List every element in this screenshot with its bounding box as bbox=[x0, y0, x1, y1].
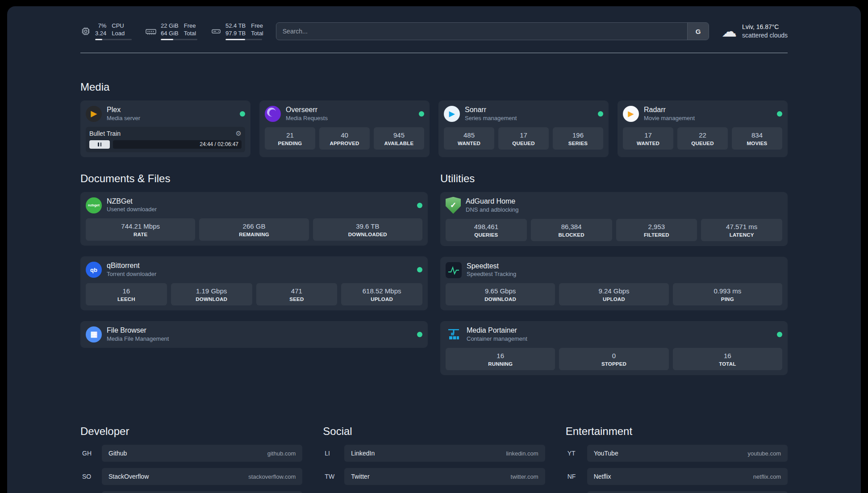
ram-free-value: 22 GiB bbox=[161, 22, 179, 29]
stat-leech: 16 LEECH bbox=[86, 283, 167, 305]
speedtest-card[interactable]: Speedtest Speedtest Tracking 9.65 Gbps D… bbox=[440, 257, 788, 311]
nzbget-subtitle: Usenet downloader bbox=[107, 206, 412, 213]
portainer-status-dot bbox=[777, 332, 782, 337]
portainer-card[interactable]: Media Portainer Container management 16 … bbox=[440, 321, 788, 375]
section-documents: Documents & Files nzbget NZBGet Usenet d… bbox=[80, 172, 428, 386]
bookmark-youtube: YT YouTube youtube.com bbox=[566, 445, 788, 462]
stat-filtered: 2,953 FILTERED bbox=[616, 219, 697, 241]
disk-total-label: Total bbox=[251, 30, 263, 37]
search-box: G bbox=[276, 22, 709, 40]
cpu-usage-value: 7% bbox=[98, 22, 107, 29]
cpu-bar-fill bbox=[95, 39, 102, 40]
stat-download: 1.19 Gbps DOWNLOAD bbox=[171, 283, 252, 305]
speedtest-subtitle: Speedtest Tracking bbox=[467, 271, 782, 278]
top-bar: 7% 3.24 CPU Load bbox=[80, 22, 788, 40]
bookmark-link[interactable]: Github github.com bbox=[102, 445, 302, 462]
stat-total: 16 TOTAL bbox=[673, 348, 782, 370]
pause-button[interactable] bbox=[89, 140, 110, 149]
bookmark-abbr: TW bbox=[323, 473, 344, 480]
qbittorrent-icon: qb bbox=[86, 262, 102, 278]
stat-downloaded: 39.6 TB DOWNLOADED bbox=[313, 218, 422, 241]
search-input[interactable] bbox=[276, 23, 687, 40]
portainer-icon bbox=[446, 326, 462, 343]
stat-upload: 618.52 Mbps UPLOAD bbox=[341, 283, 422, 305]
nzbget-card[interactable]: nzbget NZBGet Usenet downloader 744.21 M… bbox=[80, 192, 428, 246]
speedtest-title: Speedtest bbox=[467, 262, 782, 271]
bookmark-link[interactable]: Netflix netflix.com bbox=[587, 468, 788, 485]
qbittorrent-card[interactable]: qb qBittorrent Torrent downloader 16 LEE… bbox=[80, 256, 428, 310]
qbittorrent-status-dot bbox=[417, 267, 422, 272]
overseerr-icon bbox=[265, 106, 281, 122]
filebrowser-status-dot bbox=[417, 332, 422, 337]
weather-location: Lviv, 16.87°C bbox=[742, 23, 788, 31]
bookmark-group-social: Social LI LinkedIn linkedin.com TW Twitt… bbox=[323, 425, 545, 493]
weather-widget[interactable]: ☁ Lviv, 16.87°C scattered clouds bbox=[722, 23, 788, 40]
bookmark-link[interactable]: YouTube youtube.com bbox=[587, 445, 788, 462]
adguard-title: AdGuard Home bbox=[466, 197, 782, 206]
speedtest-icon bbox=[446, 262, 462, 278]
utilities-heading: Utilities bbox=[440, 172, 788, 185]
radarr-subtitle: Movie management bbox=[644, 115, 772, 122]
ram-free-label: Free bbox=[184, 22, 196, 29]
cpu-usage-label: CPU bbox=[112, 22, 124, 29]
stat-queries: 498,461 QUERIES bbox=[446, 219, 527, 241]
settings-gear-icon[interactable]: ⚙ bbox=[236, 130, 242, 137]
plex-subtitle: Media server bbox=[107, 115, 235, 122]
adguard-shield-icon: ✓ bbox=[446, 197, 461, 214]
bookmark-github: GH Github github.com bbox=[80, 445, 302, 462]
plex-icon: ▶ bbox=[86, 106, 102, 122]
qbittorrent-subtitle: Torrent downloader bbox=[107, 271, 412, 278]
stat-wanted: 17 WANTED bbox=[623, 127, 673, 150]
playback-time: 24:44 / 02:06:47 bbox=[200, 140, 238, 149]
bookmark-netflix: NF Netflix netflix.com bbox=[566, 468, 788, 485]
bookmark-twitter: TW Twitter twitter.com bbox=[323, 468, 545, 485]
now-playing-title: Bullet Train bbox=[89, 130, 121, 137]
stat-wanted: 485 WANTED bbox=[444, 127, 494, 150]
ram-total-label: Total bbox=[184, 30, 196, 37]
stat-latency: 47.571 ms LATENCY bbox=[701, 219, 782, 241]
bookmark-group-developer: Developer GH Github github.com SO StackO… bbox=[80, 425, 302, 493]
plex-status-dot bbox=[240, 111, 245, 117]
portainer-title: Media Portainer bbox=[467, 326, 772, 335]
bookmark-link[interactable]: Twitter twitter.com bbox=[344, 468, 545, 485]
stat-upload: 9.24 Gbps UPLOAD bbox=[559, 283, 668, 305]
bookmark-link[interactable]: StackOverflow stackoverflow.com bbox=[102, 468, 302, 485]
social-heading: Social bbox=[323, 425, 545, 438]
overseerr-card[interactable]: Overseerr Media Requests 21 PENDING 40 A… bbox=[259, 100, 430, 157]
bookmark-abbr: SO bbox=[80, 473, 102, 480]
stat-available: 945 AVAILABLE bbox=[374, 127, 424, 150]
section-media: Media ▶ Plex Media server Bullet Tr bbox=[80, 81, 788, 157]
bookmark-link[interactable]: Reddit reddit.com bbox=[587, 491, 788, 493]
entertainment-heading: Entertainment bbox=[566, 425, 788, 438]
sonarr-card[interactable]: ▶ Sonarr Series management 485 WANTED bbox=[438, 100, 609, 157]
ram-bar-fill bbox=[161, 39, 173, 40]
seek-bar[interactable]: 24:44 / 02:06:47 bbox=[113, 140, 242, 149]
plex-card[interactable]: ▶ Plex Media server Bullet Train ⚙ bbox=[80, 100, 250, 157]
stat-pending: 21 PENDING bbox=[265, 127, 315, 150]
cpu-bar bbox=[95, 39, 132, 40]
filebrowser-card[interactable]: ▦ File Browser Media File Management bbox=[80, 321, 428, 348]
bookmark-group-entertainment: Entertainment YT YouTube youtube.com NF … bbox=[566, 425, 788, 493]
bookmark-link[interactable]: DEV dev.to bbox=[102, 491, 302, 493]
bookmark-dev: DT DEV dev.to bbox=[80, 491, 302, 493]
resource-monitors: 7% 3.24 CPU Load bbox=[80, 22, 263, 40]
bookmark-abbr: GH bbox=[80, 450, 102, 457]
nzbget-title: NZBGet bbox=[107, 197, 412, 206]
memory-widget: 22 GiB 64 GiB Free Total bbox=[145, 22, 197, 40]
adguard-card[interactable]: ✓ AdGuard Home DNS and adblocking 498,46… bbox=[440, 192, 788, 246]
stat-stopped: 0 STOPPED bbox=[559, 348, 668, 370]
portainer-subtitle: Container management bbox=[467, 335, 772, 343]
search-provider-button[interactable]: G bbox=[687, 23, 709, 40]
section-utilities: Utilities ✓ AdGuard Home DNS and adblock… bbox=[440, 172, 788, 386]
stat-download: 9.65 Gbps DOWNLOAD bbox=[446, 283, 555, 305]
stat-movies: 834 MOVIES bbox=[732, 127, 782, 150]
cpu-load-label: Load bbox=[112, 30, 125, 37]
radarr-card[interactable]: ▶ Radarr Movie management 17 WANTED bbox=[618, 100, 788, 157]
nzbget-icon: nzbget bbox=[86, 197, 102, 213]
media-heading: Media bbox=[80, 81, 788, 93]
stat-rate: 744.21 Mbps RATE bbox=[86, 218, 195, 241]
bookmark-link[interactable]: LinkedIn linkedin.com bbox=[344, 445, 545, 462]
plex-title: Plex bbox=[107, 105, 235, 115]
sonarr-subtitle: Series management bbox=[465, 115, 593, 122]
filebrowser-subtitle: Media File Management bbox=[107, 335, 412, 343]
